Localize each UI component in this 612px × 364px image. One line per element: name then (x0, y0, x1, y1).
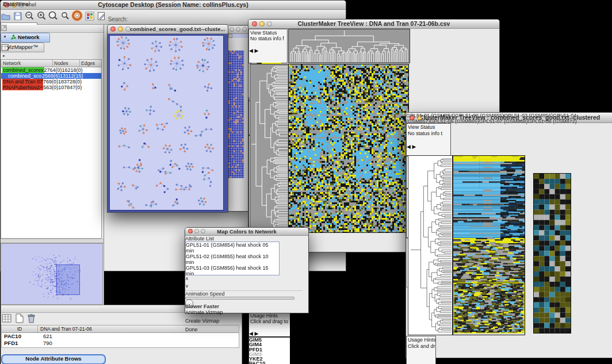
birdseye-view-canvas[interactable] (1, 244, 101, 303)
zoom-button[interactable] (125, 26, 131, 32)
network-edges: 13112(15) (60, 73, 83, 79)
help-button[interactable] (71, 17, 83, 22)
search-label: Search: (108, 16, 128, 22)
zoom-button[interactable] (267, 21, 272, 26)
map-colors-dialog: Map Colors to Network Attribute List GPL… (185, 227, 309, 313)
row-dendrogram-canvas[interactable] (408, 155, 453, 335)
zoom-button[interactable] (201, 229, 205, 233)
hscrollbar[interactable] (249, 42, 274, 48)
column-header-edges[interactable]: Edges (80, 60, 101, 67)
network-row[interactable]: DNA and Tran 07769(0)183728(0) (1, 79, 101, 85)
network-nodes: 769(0) (43, 79, 58, 85)
treeview2-window: ClusterMaker TreeView : combined_scores_… (406, 112, 612, 358)
node-attribute-browser-label: Node Attribute Brows (25, 355, 81, 362)
node-attribute-browser-tab[interactable]: Node Attribute Brows (1, 354, 106, 364)
network-nodes: 2569(6) (42, 73, 60, 79)
tab-network[interactable]: Network (1, 33, 50, 43)
column-dendrogram-canvas[interactable] (288, 29, 410, 63)
gene-list: GIM5GIM4PFD1GIM3YKE2PAC10 (249, 338, 286, 364)
zoom-selected-icon (60, 11, 70, 21)
create-vizmap-button[interactable]: Create Vizmap (185, 318, 228, 327)
open-session-button[interactable] (1, 17, 11, 22)
chevron-down-icon: ▼ (3, 35, 7, 39)
zoom-out-button[interactable] (24, 17, 35, 22)
data-column-id[interactable]: ID (2, 325, 38, 332)
zoom-out-icon (24, 11, 35, 21)
network-row[interactable]: combined_scores2764(0)16218(0) (1, 67, 101, 73)
float-icon[interactable] (1, 25, 7, 31)
network-name: combined_scores (2, 67, 44, 73)
zoom-heatmap-canvas[interactable] (533, 173, 571, 334)
zoom-in-button[interactable] (36, 17, 47, 22)
tab-vizmapper[interactable]: VizMapper™ (1, 43, 44, 52)
save-session-button[interactable] (13, 17, 23, 22)
arrow-left-icon: ◀ (249, 48, 253, 53)
network-name: DNA and Tran 07 (2, 79, 43, 85)
slider-track[interactable] (185, 297, 294, 300)
zoom-fit-icon (48, 11, 58, 21)
move-up-button[interactable]: ∧ (185, 275, 205, 283)
folder-icon (1, 11, 11, 21)
select-attributes-button[interactable] (1, 319, 12, 325)
arrow-right-icon: ▶ (254, 48, 258, 53)
close-button[interactable] (230, 27, 234, 32)
done-button[interactable]: Done (185, 327, 205, 335)
chevron-right-icon: ▸ (3, 53, 5, 58)
annotation-button[interactable] (96, 17, 106, 22)
table-row[interactable]: PFD1 790 (2, 340, 239, 347)
animation-speed-label: Animation Speed (185, 291, 225, 297)
network-canvas[interactable] (109, 35, 224, 210)
delete-attribute-button[interactable] (26, 319, 37, 325)
view-status-panel: View Status No status info f ◀ ▶ (248, 29, 288, 63)
attribute-item[interactable]: GPL51-02 (GSM855) heat shock 10 min (186, 254, 271, 265)
row-value: 790 (40, 340, 239, 347)
zoom-in-icon (36, 11, 47, 21)
attribute-item[interactable]: GPL51-03 (GSM856) heat shock 15 min (186, 265, 271, 275)
close-button[interactable] (188, 229, 193, 233)
minimize-button[interactable] (236, 27, 240, 32)
speed-slider[interactable] (185, 297, 293, 304)
move-down-button[interactable]: ∨ (185, 283, 205, 290)
network-name: RNAPuberNov2+ (2, 85, 43, 90)
up-caret-icon: ∧ (185, 276, 189, 281)
network-row[interactable]: RNAPuberNov2+563(0)107847(0) (1, 85, 101, 90)
new-attribute-button[interactable] (14, 319, 25, 325)
row-dendrogram-canvas[interactable] (250, 64, 289, 233)
data-panel-hscrollbar[interactable] (1, 348, 238, 354)
titlebar[interactable]: ClusterMaker TreeView : DNA and Tran 07-… (248, 20, 499, 29)
attribute-listbox[interactable]: GPL51-01 (GSM854) heat shock 05 minGPL51… (185, 242, 280, 275)
zoom-selected-button[interactable] (60, 17, 70, 22)
zoom-fit-button[interactable] (48, 17, 58, 22)
heatmap-canvas[interactable] (453, 155, 525, 335)
titlebar[interactable]: Map Colors to Network (185, 228, 308, 236)
column-header-nodes[interactable]: Nodes (53, 60, 80, 67)
network-edges: 107847(0) (58, 85, 82, 90)
minimize-button[interactable] (259, 21, 265, 26)
close-button[interactable] (252, 21, 257, 26)
zoom-button[interactable] (242, 27, 247, 32)
scroll-left-button[interactable]: ◀ (249, 48, 253, 53)
minimize-button[interactable] (118, 26, 123, 32)
close-button[interactable] (110, 26, 116, 32)
row-id: PAC10 (2, 333, 40, 340)
vscrollbar[interactable] (228, 34, 232, 38)
minimize-button[interactable] (194, 229, 199, 233)
titlebar[interactable]: combined_scores_good.txt--cluste... (108, 25, 228, 34)
vizmapper-button[interactable] (85, 17, 95, 22)
gene-label[interactable]: PAC10 (249, 361, 286, 364)
panel-splitter[interactable]: ⌃ (1, 239, 104, 243)
titlebar[interactable] (228, 26, 249, 34)
scrollbar-box[interactable] (228, 34, 232, 38)
data-panel-title: Data Panel (3, 1, 30, 7)
network-row[interactable]: combined_sco2569(6)13112(15) (1, 73, 101, 79)
background-network-window (227, 25, 250, 212)
attribute-item[interactable]: GPL51-01 (GSM854) heat shock 05 min (186, 242, 271, 254)
vizmapper-icon (85, 11, 95, 21)
network-edges: 16218(0) (62, 67, 83, 73)
splitter-handle-icon: ⌃ (173, 0, 176, 4)
row-id: PFD1 (2, 340, 40, 347)
grid-network-canvas[interactable] (228, 51, 244, 178)
heatmap-canvas[interactable] (288, 64, 409, 233)
scroll-right-button[interactable]: ▶ (254, 48, 258, 53)
column-header-network[interactable]: Network (1, 60, 53, 67)
